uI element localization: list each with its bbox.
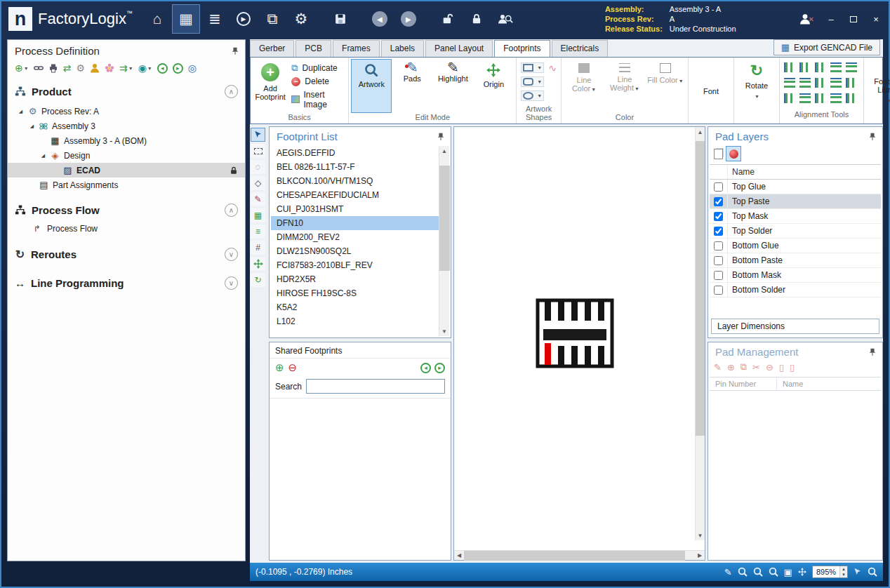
shared-prev-icon[interactable]: ◂ (420, 363, 431, 373)
layer-row[interactable]: Top Mask (710, 209, 881, 224)
footprint-item[interactable]: CHESAPEAKEFIDUCIALM (271, 188, 439, 202)
center-vertically-icon[interactable] (815, 93, 826, 103)
tree-item-process-rev[interactable]: ◢ ⚙ Process Rev: A (8, 104, 245, 119)
center-horizontally-icon[interactable] (799, 93, 811, 103)
zoom-fit-icon[interactable]: ▣ (784, 567, 792, 577)
marquee-select-tool[interactable] (251, 144, 265, 158)
layer-row[interactable]: Top Glue (710, 180, 881, 194)
align-bottoms-icon[interactable] (799, 78, 811, 88)
zoom-in-icon[interactable] (753, 567, 763, 577)
align-centers-icon[interactable] (799, 62, 811, 72)
origin-mode-button[interactable]: Origin (474, 60, 513, 112)
canvas-horizontal-scrollbar[interactable]: ◀ ▶ (454, 550, 705, 560)
transfer-icon[interactable]: ⇄ (63, 62, 72, 74)
save-icon[interactable] (327, 5, 354, 33)
layer-row[interactable]: Bottom Glue (710, 239, 881, 253)
delete-pad-icon[interactable]: ▯ (779, 362, 784, 373)
artwork-mode-button[interactable]: Artwork (352, 60, 391, 112)
zoom-step-down-icon[interactable]: ▼ (840, 572, 847, 577)
footprint-item[interactable]: BLKCON.100/VH/TM1SQ (271, 174, 439, 188)
footprint-item[interactable]: DIMM200_REV2 (271, 230, 439, 244)
shared-remove-icon[interactable]: ⊖ (288, 361, 298, 374)
distribute-horizontal-icon[interactable] (830, 93, 842, 103)
publish-dropdown-icon[interactable]: ◉▼ (138, 62, 152, 74)
section-line-programming[interactable]: ↔ Line Programming ∨ (8, 272, 245, 294)
remove-pad-icon[interactable]: ⊖ (766, 362, 773, 373)
align-middles-icon[interactable] (784, 78, 795, 88)
freeform-shape-icon[interactable]: ∿ (548, 62, 557, 74)
align-lefts-icon[interactable] (784, 62, 795, 72)
duplicate-button[interactable]: ⧉Duplicate (291, 62, 343, 74)
layer-checkbox[interactable] (714, 271, 723, 280)
footprint-item[interactable]: L102 (271, 314, 439, 328)
find-user-icon[interactable] (492, 5, 519, 33)
make-same-height-icon[interactable] (830, 78, 842, 88)
export-gencad-button[interactable]: ▦ Export GENCAD File (773, 39, 880, 55)
layer-checkbox[interactable] (714, 227, 723, 236)
zoom-step-up-icon[interactable]: ▲ (840, 566, 847, 572)
zoom-out-icon[interactable] (769, 567, 778, 577)
settings-gear-icon[interactable]: ⚙ (288, 5, 314, 33)
line-color-button[interactable]: Line Color▼ (564, 60, 604, 112)
make-same-width-icon[interactable] (815, 78, 826, 88)
tab-electricals[interactable]: Electricals (552, 40, 609, 57)
layer-row-selected[interactable]: Top Paste (710, 194, 881, 209)
canvas-vertical-scrollbar[interactable]: ▲ ▼ (695, 127, 705, 540)
rounded-rectangle-shape-button[interactable]: ▼ (521, 76, 544, 87)
collapse-down-icon[interactable]: ∨ (225, 248, 238, 261)
scroll-up-icon[interactable]: ▲ (439, 146, 450, 156)
section-product[interactable]: Product ∧ (8, 81, 245, 102)
brush-tool[interactable]: ✎ (251, 192, 265, 206)
tab-gerber[interactable]: Gerber (250, 40, 294, 57)
pointer-mode-icon[interactable] (854, 568, 862, 576)
pin-icon[interactable] (868, 347, 877, 357)
collapse-up-icon[interactable]: ∧ (225, 203, 238, 217)
move-tool[interactable] (251, 257, 265, 271)
collapse-up-icon[interactable]: ∧ (225, 85, 238, 98)
fill-color-button[interactable]: Fill Color▼ (646, 60, 685, 112)
tree-item-bom[interactable]: ▦ Assembly 3 - A (BOM) (8, 133, 245, 148)
link-icon[interactable] (34, 63, 44, 73)
footprint-item[interactable]: CUI_PJ031HSMT (271, 202, 439, 216)
edit-pad-icon[interactable]: ✂ (752, 362, 760, 373)
tab-frames[interactable]: Frames (333, 40, 380, 57)
process-stack-icon[interactable]: ≣ (201, 5, 228, 33)
scroll-right-icon[interactable]: ▶ (695, 551, 705, 561)
layer-row[interactable]: Bottom Solder (710, 283, 881, 298)
pin-icon[interactable] (231, 46, 239, 56)
layer-row[interactable]: Bottom Mask (710, 268, 881, 283)
footprint-item[interactable]: AEGIS.DEFFID (271, 146, 439, 160)
copy-pad-icon[interactable]: ⧉ (740, 361, 747, 373)
layers-sphere-icon[interactable] (726, 146, 741, 161)
section-reroutes[interactable]: ↻ Reroutes ∨ (8, 243, 245, 265)
pan-icon[interactable] (798, 568, 806, 576)
footprint-item-selected[interactable]: DFN10 (271, 216, 439, 230)
footprint-item[interactable]: BEL 0826-1L1T-57-F (271, 160, 439, 174)
add-footprint-button[interactable]: + Add Footprint (253, 60, 287, 112)
grid-size-tool[interactable]: # (251, 241, 265, 255)
history-forward-icon[interactable]: ▸ (173, 63, 183, 74)
scroll-down-icon[interactable]: ▼ (695, 530, 705, 540)
layer-checkbox[interactable] (714, 241, 723, 250)
tree-item-design[interactable]: ◢ ◈ Design (8, 148, 245, 163)
rotate-dropdown-icon[interactable]: ▼ (755, 93, 759, 101)
layer-row[interactable]: Bottom Paste (710, 253, 881, 268)
footprint-item[interactable]: K5A2 (271, 300, 439, 314)
documents-icon[interactable]: ⧉ (259, 5, 286, 33)
footprint-list-scrollbar[interactable]: ▲ ▼ (439, 146, 449, 336)
delete-button[interactable]: −Delete (291, 76, 343, 86)
rectangle-shape-button[interactable]: ▼ (521, 62, 544, 73)
scroll-left-icon[interactable]: ◀ (454, 551, 464, 561)
add-pad-icon[interactable]: ⊕ (727, 362, 735, 373)
zoom-extents-icon[interactable] (868, 567, 877, 577)
scroll-up-icon[interactable]: ▲ (695, 127, 705, 137)
footprint-canvas[interactable]: ▲ ▼ (454, 127, 705, 550)
footprint-item[interactable]: HDR2X5R (271, 272, 439, 286)
lasso-select-tool[interactable]: ◌ (251, 160, 265, 174)
tools-icon[interactable]: ⚙ (76, 62, 85, 74)
space-equally-vertical-icon[interactable] (846, 78, 857, 88)
expander-icon[interactable]: ◢ (18, 109, 24, 114)
rotate-tool[interactable]: ↻ (251, 273, 265, 287)
layer-checkbox[interactable] (714, 197, 723, 206)
insert-image-button[interactable]: Insert Image (291, 90, 343, 109)
